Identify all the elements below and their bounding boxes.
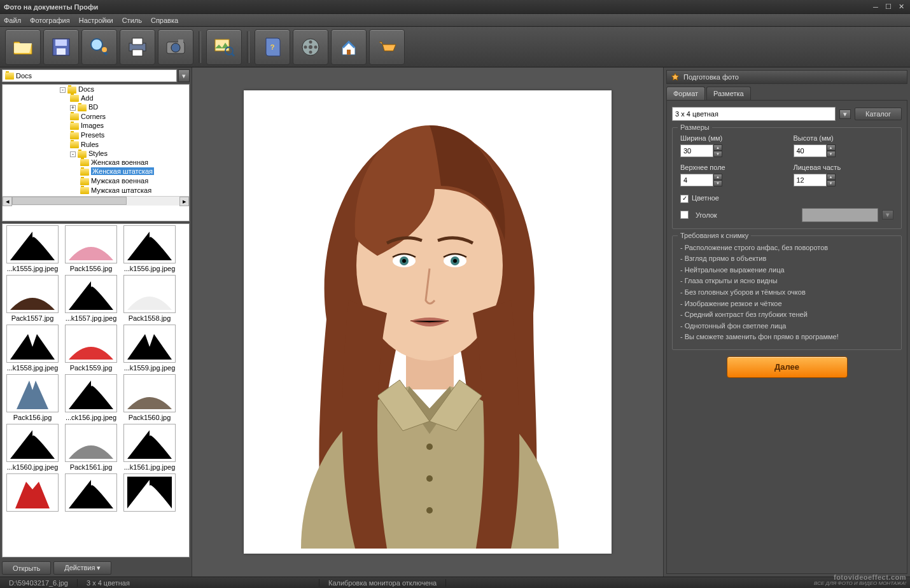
close-button[interactable]: ✕	[896, 3, 906, 11]
path-input[interactable]: Docs	[2, 69, 177, 82]
format-select-arrow[interactable]: ▾	[839, 109, 851, 119]
requirements-fieldset: Требования к снимку Расположение строго …	[672, 235, 902, 350]
thumbnail-image	[123, 473, 176, 512]
spin-up-icon[interactable]: ▲	[827, 144, 836, 151]
menu-settings[interactable]: Настройки	[79, 17, 113, 24]
thumbnail-item[interactable]: ...k1555.jpg.jpeg	[4, 225, 61, 274]
path-dropdown-button[interactable]: ▾	[178, 69, 190, 82]
print-icon[interactable]	[120, 29, 155, 65]
maximize-button[interactable]: ☐	[883, 3, 893, 11]
photo-preview[interactable]	[244, 90, 612, 554]
thumbnail-item[interactable]: ...k1557.jpg.jpeg	[62, 275, 120, 323]
thumbnail-label: ...k1555.jpg.jpeg	[4, 263, 61, 274]
requirement-item: Расположение строго анфас, без поворотов	[680, 242, 893, 254]
video-icon[interactable]	[293, 29, 328, 65]
thumbnail-item[interactable]: Pack1558.jpg	[121, 275, 178, 323]
scroll-left-icon[interactable]: ◂	[3, 197, 12, 206]
topmargin-input[interactable]	[680, 174, 713, 186]
thumbnail-label: ...k1556.jpg.jpeg	[121, 263, 178, 274]
spin-down-icon[interactable]: ▼	[827, 151, 836, 157]
thumbnail-item[interactable]: ...ck156.jpg.jpeg	[62, 374, 120, 423]
folder-tree[interactable]: -Docs Add +BD Corners Images Presets Rul…	[2, 84, 190, 221]
thumbnail-item[interactable]: ...k1561.jpg.jpeg	[121, 424, 178, 472]
tree-leaf[interactable]: Мужская военная	[91, 177, 148, 185]
thumbnail-label: ...k1560.jpg.jpeg	[4, 462, 61, 472]
tree-node[interactable]: Presets	[81, 131, 104, 139]
thumbnail-item[interactable]: Pack1556.jpg	[62, 225, 120, 274]
preview-icon[interactable]	[81, 29, 117, 65]
next-button[interactable]: Далее	[727, 356, 848, 378]
menubar: Файл Фотография Настройки Стиль Справка	[0, 14, 910, 27]
spin-down-icon[interactable]: ▼	[713, 151, 722, 157]
help-book-icon[interactable]: ?	[255, 29, 290, 65]
facepart-input[interactable]	[794, 174, 827, 186]
expander-icon[interactable]: -	[60, 87, 66, 93]
color-checkbox[interactable]	[680, 195, 689, 203]
cart-icon[interactable]	[369, 29, 405, 65]
minimize-button[interactable]: ─	[871, 3, 881, 11]
tree-node[interactable]: BD	[88, 103, 98, 111]
tree-leaf[interactable]: Мужская штатская	[91, 186, 151, 194]
tree-node[interactable]: Rules	[81, 141, 99, 148]
thumbnail-image	[65, 424, 117, 462]
spin-up-icon[interactable]: ▲	[713, 144, 722, 151]
open-button[interactable]: Открыть	[2, 561, 51, 575]
tab-markup[interactable]: Разметка	[706, 87, 751, 100]
menu-style[interactable]: Стиль	[122, 17, 142, 24]
width-input[interactable]	[680, 144, 713, 157]
requirements-list: Расположение строго анфас, без поворотов…	[680, 242, 893, 343]
tree-node[interactable]: Corners	[81, 113, 106, 120]
spin-down-icon[interactable]: ▼	[827, 180, 836, 186]
tree-leaf[interactable]: Женская военная	[91, 158, 148, 166]
picture-search-icon[interactable]	[206, 29, 242, 65]
thumbnails-panel[interactable]: ...k1555.jpg.jpegPack1556.jpg...k1556.jp…	[2, 223, 190, 557]
tab-format[interactable]: Формат	[666, 87, 705, 100]
thumbnail-item[interactable]: ...k1556.jpg.jpeg	[121, 225, 178, 274]
thumbnail-image	[6, 473, 59, 512]
tree-node[interactable]: Images	[81, 122, 104, 129]
svg-point-9	[171, 43, 180, 52]
window-title: Фото на документы Профи	[4, 3, 868, 11]
requirement-item: Нейтральное выражение лица	[680, 265, 893, 276]
thumbnail-item[interactable]: ...k1559.jpg.jpeg	[121, 325, 178, 373]
tree-leaf-selected[interactable]: Женская штатская	[91, 167, 154, 175]
tree-node[interactable]: Add	[81, 94, 94, 102]
svg-point-18	[309, 40, 312, 43]
spin-up-icon[interactable]: ▲	[713, 174, 722, 180]
thumbnail-label	[4, 512, 61, 514]
folder-open-icon[interactable]	[5, 29, 41, 65]
tree-hscrollbar[interactable]: ◂ ▸	[3, 196, 189, 206]
tree-node-styles[interactable]: Styles	[88, 150, 108, 157]
save-icon[interactable]	[43, 29, 79, 65]
menu-file[interactable]: Файл	[4, 17, 21, 24]
menu-photo[interactable]: Фотография	[30, 17, 70, 24]
scroll-thumb[interactable]	[12, 197, 127, 205]
camera-icon[interactable]	[158, 29, 193, 65]
scroll-right-icon[interactable]: ▸	[179, 197, 189, 206]
thumbnail-image	[65, 225, 117, 263]
thumbnail-item[interactable]: ...k1558.jpg.jpeg	[4, 325, 61, 373]
thumbnail-item[interactable]: Pack1557.jpg	[4, 275, 61, 323]
tree-root[interactable]: Docs	[78, 85, 94, 93]
thumbnail-item[interactable]	[62, 473, 120, 514]
corner-checkbox[interactable]	[680, 211, 689, 219]
side-title: Подготовка фото	[683, 73, 739, 81]
actions-button[interactable]: Действия ▾	[53, 561, 111, 575]
thumbnail-item[interactable]	[4, 473, 61, 514]
home-icon[interactable]	[331, 29, 367, 65]
thumbnail-item[interactable]: ...k1560.jpg.jpeg	[4, 424, 61, 472]
spin-up-icon[interactable]: ▲	[827, 174, 836, 180]
menu-help[interactable]: Справка	[151, 17, 178, 24]
thumbnail-image	[123, 225, 176, 263]
thumbnail-item[interactable]	[121, 473, 178, 514]
thumbnail-item[interactable]: Pack1561.jpg	[62, 424, 120, 472]
format-select[interactable]: 3 x 4 цветная	[672, 107, 836, 121]
thumbnail-item[interactable]: Pack1560.jpg	[121, 374, 178, 423]
spin-down-icon[interactable]: ▼	[713, 180, 722, 186]
height-input[interactable]	[794, 144, 827, 157]
thumbnail-item[interactable]: Pack1559.jpg	[62, 325, 120, 373]
thumbnail-item[interactable]: Pack156.jpg	[4, 374, 61, 423]
expander-icon[interactable]: +	[70, 105, 76, 111]
expander-icon[interactable]: -	[70, 151, 76, 157]
catalog-button[interactable]: Каталог	[855, 108, 902, 120]
